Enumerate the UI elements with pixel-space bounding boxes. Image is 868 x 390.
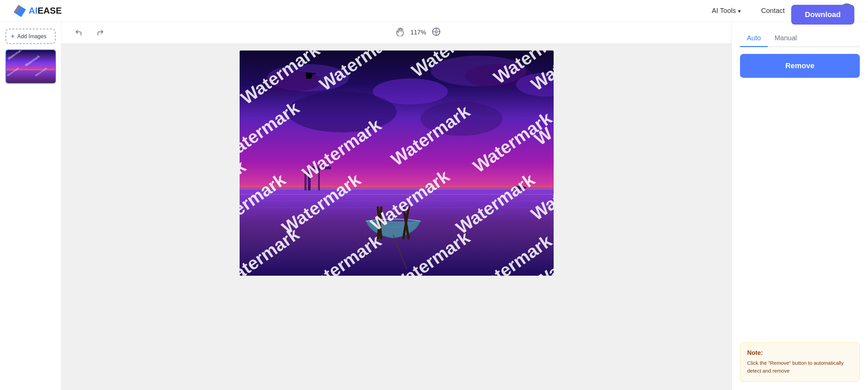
left-sidebar: + Add Images bbox=[0, 22, 61, 390]
thumbnail-svg: Watermark Watermark Watermark Watermark bbox=[6, 50, 55, 83]
logo-text: AIEASE bbox=[29, 5, 62, 16]
logo-icon bbox=[14, 5, 26, 17]
plus-icon: + bbox=[11, 33, 15, 40]
right-panel: Auto Manual Remove Note: Click the "Remo… bbox=[731, 22, 868, 390]
thumbnail-image: Watermark Watermark Watermark Watermark bbox=[6, 50, 55, 83]
svg-point-9 bbox=[435, 31, 437, 33]
undo-icon bbox=[75, 29, 82, 37]
toolbar: 117% bbox=[61, 22, 731, 44]
main-image-svg: Watermark Watermark Watermark Watermark … bbox=[240, 50, 554, 276]
add-images-button[interactable]: + Add Images bbox=[5, 29, 56, 44]
hand-tool-button[interactable] bbox=[396, 27, 405, 38]
zoom-controls: 117% bbox=[396, 27, 440, 38]
note-box: Note: Click the "Remove" button to autom… bbox=[740, 342, 860, 382]
nav-contact[interactable]: Contact bbox=[761, 7, 785, 15]
undo-button[interactable] bbox=[72, 26, 85, 40]
redo-button[interactable] bbox=[94, 26, 107, 40]
navbar: AIEASE AI Tools Contact Blog d bbox=[0, 0, 868, 22]
tab-auto[interactable]: Auto bbox=[740, 30, 768, 47]
svg-marker-0 bbox=[14, 5, 26, 17]
note-text: Click the "Remove" button to automatical… bbox=[747, 359, 853, 375]
redo-icon bbox=[97, 29, 104, 37]
zoom-level: 117% bbox=[410, 29, 426, 36]
canvas-area: 117% bbox=[61, 22, 731, 390]
image-canvas[interactable]: Watermark Watermark Watermark Watermark … bbox=[61, 44, 731, 390]
main-layout: + Add Images bbox=[0, 0, 868, 390]
remove-button[interactable]: Remove bbox=[740, 54, 860, 78]
tab-manual[interactable]: Manual bbox=[768, 30, 804, 47]
logo-ease: EASE bbox=[38, 5, 62, 16]
chevron-down-icon bbox=[738, 7, 741, 15]
download-button[interactable]: Download bbox=[791, 5, 854, 25]
image-thumbnail[interactable]: Watermark Watermark Watermark Watermark bbox=[5, 49, 56, 84]
target-tool-button[interactable] bbox=[432, 27, 441, 38]
target-icon bbox=[432, 27, 441, 36]
nav-ai-tools[interactable]: AI Tools bbox=[712, 7, 741, 15]
mode-tabs: Auto Manual bbox=[740, 30, 860, 47]
hand-icon bbox=[396, 27, 405, 36]
note-title: Note: bbox=[747, 349, 853, 357]
image-wrapper[interactable]: Watermark Watermark Watermark Watermark … bbox=[240, 50, 554, 276]
logo-ai: AI bbox=[29, 5, 38, 16]
logo[interactable]: AIEASE bbox=[14, 5, 62, 17]
